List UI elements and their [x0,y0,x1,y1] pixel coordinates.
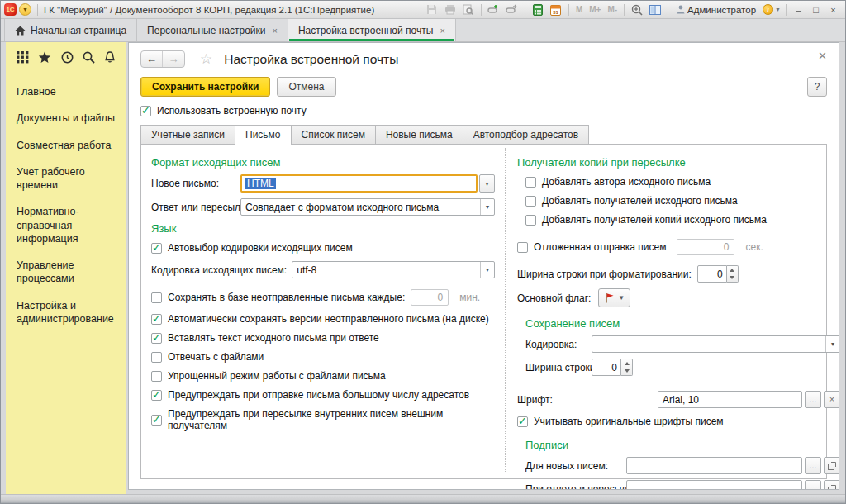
main-flag-dropdown-button[interactable]: ▼ [598,288,630,307]
sidebar-item-time-tracking[interactable]: Учет рабочего времени [6,159,126,199]
back-button[interactable]: ← [141,51,163,67]
main-menu-button[interactable]: ▼ [19,3,31,16]
history-clock-icon[interactable] [61,51,74,64]
add-author-checkbox[interactable] [525,177,536,188]
auto-encoding-checkbox[interactable] [151,243,162,254]
current-user[interactable]: Администратор [673,5,759,15]
delayed-send-checkbox[interactable] [517,242,528,253]
info-button[interactable]: i ▼ [763,4,781,15]
tab-auto-recipients[interactable]: Автоподбор адресатов [463,125,589,145]
save-unsent-checkbox[interactable] [151,292,162,303]
close-window-button[interactable]: × [826,5,840,15]
checkbox-label: Автовыбор кодировки исходящих писем [168,242,353,254]
tab-home[interactable]: Начальная страница [4,19,137,41]
memory-subtract-button[interactable]: M- [606,5,619,14]
open-window-icon [828,462,836,470]
sidebar-item-settings-administration[interactable]: Настройка и администрирование [6,292,126,333]
outgoing-encoding-field[interactable]: utf-8 ▾ [292,261,495,278]
favorites-star-icon[interactable] [38,51,51,64]
original-fonts-checkbox[interactable] [517,416,528,427]
saving-line-width-input[interactable]: 0 [592,359,621,376]
tab-mail-settings[interactable]: Настройка встроенной почты × [288,19,456,41]
forward-button[interactable]: → [163,51,184,67]
use-builtin-mail-checkbox[interactable] [140,106,151,116]
new-letter-format-field[interactable]: HTML [240,174,478,193]
memory-recall-button[interactable]: M [574,5,584,14]
add-recipients-checkbox[interactable] [525,196,536,207]
sidebar-item-documents-files[interactable]: Документы и файлы [6,105,126,131]
zoom-icon[interactable] [630,3,644,17]
spinner-arrows[interactable] [621,359,633,376]
tab-new-letters[interactable]: Новые письма [375,125,463,145]
tab-personal-settings[interactable]: Персональные настройки × [137,19,288,41]
print-icon[interactable] [443,3,458,17]
signature-reply-choose-button[interactable]: ... [805,480,821,490]
font-choose-button[interactable]: ... [805,391,821,408]
sidebar-item-collaboration[interactable]: Совместная работа [6,132,126,159]
reply-with-files-checkbox[interactable] [151,352,162,363]
auto-save-versions-checkbox[interactable] [151,314,162,325]
add-link-icon[interactable] [487,3,501,17]
notifications-bell-icon[interactable] [104,51,116,64]
tab-accounts[interactable]: Учетные записи [140,125,235,145]
saving-encoding-field[interactable]: ▾ [592,335,839,353]
close-form-icon[interactable]: ✕ [818,50,827,61]
main-flag-row: Основной флаг: ▼ [517,288,839,307]
user-icon [677,5,685,14]
close-tab-icon[interactable]: × [273,26,278,36]
field-value: Arial, 10 [658,394,801,406]
page-title: Настройка встроенной почты [224,52,398,67]
save-icon[interactable] [425,3,440,17]
delayed-send-seconds-input[interactable]: 0 [677,239,734,255]
spinner-arrows[interactable] [727,265,739,283]
split-panel-icon[interactable] [648,3,663,17]
warn-forward-external-checkbox[interactable] [151,415,162,426]
divider [624,4,625,16]
font-clear-button[interactable]: × [824,391,839,408]
insert-source-text-checkbox[interactable] [151,333,162,344]
sidebar-item-reference-info[interactable]: Нормативно-справочная информация [6,198,126,252]
print-preview-icon[interactable] [461,3,476,17]
save-unsent-interval-input[interactable]: 0 [411,289,449,306]
dropdown-button[interactable]: ▾ [480,199,494,215]
calendar-icon[interactable]: 31 [549,3,563,17]
help-button[interactable]: ? [807,77,827,97]
reply-format-field[interactable]: Совпадает с форматом исходного письма ▾ [240,198,495,216]
calculator-icon[interactable] [530,3,545,17]
font-field[interactable]: Arial, 10 [658,391,802,408]
field-label: Кодировка: [525,339,592,350]
signature-reply-open-button[interactable] [824,480,839,490]
signature-reply-field[interactable] [626,480,802,490]
dropdown-button[interactable]: ▾ [480,262,494,278]
go-link-icon[interactable] [505,3,520,17]
minimize-button[interactable]: – [791,5,806,15]
tab-letter-list[interactable]: Список писем [291,125,376,145]
signature-new-field[interactable] [626,457,802,474]
field-label: Кодировка исходящих писем: [151,264,287,276]
maximize-button[interactable]: □ [809,5,823,15]
favorite-star-icon[interactable]: ☆ [200,50,212,68]
save-settings-button[interactable]: Сохранить настройки [140,77,270,97]
app-logo-icon: 1С [4,3,17,16]
memory-add-button[interactable]: M+ [587,5,602,14]
dropdown-button[interactable]: ▾ [825,336,839,352]
dropdown-button[interactable]: ▾ [479,174,495,193]
simple-files-mode-checkbox[interactable] [151,371,162,382]
search-icon[interactable] [83,51,95,64]
menu-grid-icon[interactable] [17,51,29,64]
format-line-width-input[interactable]: 0 [697,265,727,283]
checkbox-label: Предупреждать при пересылке внутренних п… [168,408,495,431]
field-label: При ответе и пересылке: [525,483,626,491]
close-tab-icon[interactable]: × [440,26,444,36]
add-cc-recipients-checkbox[interactable] [525,215,536,226]
cancel-button[interactable]: Отмена [277,77,335,97]
signature-new-open-button[interactable] [824,457,839,474]
warn-many-recipients-checkbox[interactable] [151,390,162,401]
section-saving-letters: Сохранение писем [525,317,839,330]
tab-letter[interactable]: Письмо [235,125,292,145]
signature-new-choose-button[interactable]: ... [805,457,821,474]
sidebar-item-main[interactable]: Главное [6,78,126,105]
auto-encoding-row: Автовыбор кодировки исходящих писем [151,242,495,254]
sidebar-item-process-management[interactable]: Управление процессами [6,252,126,292]
user-name: Администратор [687,5,756,15]
